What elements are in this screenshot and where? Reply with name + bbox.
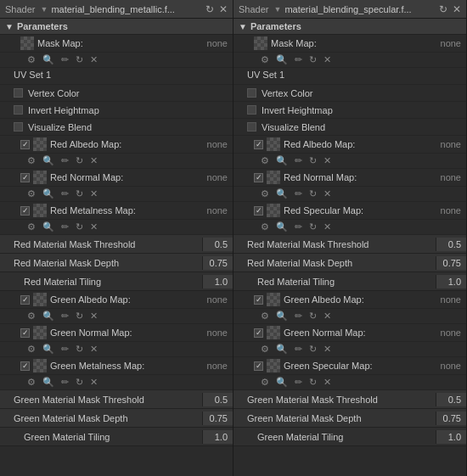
cross-icon-red-albedo-metallic[interactable]: ✕ — [88, 155, 99, 166]
close-icon-specular[interactable]: ✕ — [453, 3, 461, 15]
gear-icon-green-albedo-metallic[interactable]: ⚙ — [25, 311, 37, 322]
cross-icon-red-albedo-specular[interactable]: ✕ — [322, 155, 333, 166]
pencil-icon-green-albedo-metallic[interactable]: ✏ — [59, 311, 70, 322]
green-albedo-checkbox-metallic[interactable] — [20, 295, 30, 305]
red-third-checkbox-metallic[interactable] — [20, 206, 30, 216]
gear-icon-green-normal-metallic[interactable]: ⚙ — [25, 344, 37, 355]
refresh-icon-green-albedo-metallic[interactable]: ↻ — [74, 311, 85, 322]
cross-icon-green-third-metallic[interactable]: ✕ — [88, 377, 99, 388]
refresh-icon-red-albedo-metallic[interactable]: ↻ — [74, 155, 85, 166]
green-threshold-value-metallic[interactable]: 0.5 — [202, 393, 233, 406]
red-threshold-value-metallic[interactable]: 0.5 — [202, 238, 233, 251]
search-icon-green-albedo-specular[interactable]: 🔍 — [274, 311, 290, 322]
cross-icon-green-albedo-metallic[interactable]: ✕ — [88, 311, 99, 322]
pencil-icon-red-albedo-specular[interactable]: ✏ — [293, 155, 304, 166]
refresh-icon-green-albedo-specular[interactable]: ↻ — [307, 311, 318, 322]
pencil-icon-green-albedo-specular[interactable]: ✏ — [293, 311, 304, 322]
green-albedo-checkbox-specular[interactable] — [254, 295, 263, 305]
pencil-icon-red-normal-specular[interactable]: ✏ — [293, 188, 304, 199]
gear-icon-red-albedo-specular[interactable]: ⚙ — [259, 155, 271, 166]
vertex-color-checkbox-metallic[interactable] — [14, 88, 23, 98]
cross-icon-red-normal-specular[interactable]: ✕ — [322, 188, 333, 199]
gear-icon-red-third-metallic[interactable]: ⚙ — [25, 221, 37, 232]
cross-icon-mask-metallic[interactable]: ✕ — [88, 54, 99, 65]
refresh-icon-red-third-metallic[interactable]: ↻ — [74, 221, 85, 232]
cross-icon-red-normal-metallic[interactable]: ✕ — [88, 188, 99, 199]
pencil-icon-mask-metallic[interactable]: ✏ — [59, 54, 70, 65]
invert-heightmap-checkbox-specular[interactable] — [247, 105, 256, 115]
search-icon-green-normal-specular[interactable]: 🔍 — [274, 344, 290, 355]
search-icon-mask-specular[interactable]: 🔍 — [274, 54, 290, 65]
green-normal-checkbox-metallic[interactable] — [20, 328, 30, 338]
gear-icon-red-normal-specular[interactable]: ⚙ — [259, 188, 271, 199]
red-albedo-checkbox-metallic[interactable] — [20, 140, 30, 149]
pencil-icon-green-normal-metallic[interactable]: ✏ — [59, 344, 70, 355]
cross-icon-mask-specular[interactable]: ✕ — [322, 54, 333, 65]
vertex-color-checkbox-specular[interactable] — [247, 88, 256, 98]
search-icon-red-normal-metallic[interactable]: 🔍 — [41, 188, 56, 199]
refresh-icon-red-albedo-specular[interactable]: ↻ — [307, 155, 318, 166]
pencil-icon-green-third-specular[interactable]: ✏ — [293, 377, 304, 388]
red-tiling-value-specular[interactable]: 1.0 — [436, 275, 466, 288]
cross-icon-red-third-metallic[interactable]: ✕ — [88, 221, 99, 232]
gear-icon-red-albedo-metallic[interactable]: ⚙ — [25, 155, 37, 166]
parameters-section-metallic[interactable]: ▼ Parameters — [0, 19, 233, 35]
visualize-blend-checkbox-metallic[interactable] — [14, 122, 23, 132]
cross-icon-green-albedo-specular[interactable]: ✕ — [322, 311, 333, 322]
red-third-checkbox-specular[interactable] — [254, 206, 263, 216]
gear-icon-green-third-specular[interactable]: ⚙ — [259, 377, 271, 388]
refresh-icon-red-normal-metallic[interactable]: ↻ — [74, 188, 85, 199]
invert-heightmap-checkbox-metallic[interactable] — [14, 105, 23, 115]
refresh-icon-specular[interactable]: ↻ — [439, 3, 447, 15]
search-icon-green-third-specular[interactable]: 🔍 — [274, 377, 290, 388]
gear-icon-red-normal-metallic[interactable]: ⚙ — [25, 188, 37, 199]
pencil-icon-red-third-specular[interactable]: ✏ — [293, 221, 304, 232]
refresh-icon-red-normal-specular[interactable]: ↻ — [307, 188, 318, 199]
cross-icon-green-third-specular[interactable]: ✕ — [322, 377, 333, 388]
pencil-icon-red-albedo-metallic[interactable]: ✏ — [59, 155, 70, 166]
gear-icon-red-third-specular[interactable]: ⚙ — [259, 221, 271, 232]
pencil-icon-mask-specular[interactable]: ✏ — [293, 54, 304, 65]
gear-icon-green-albedo-specular[interactable]: ⚙ — [259, 311, 271, 322]
green-threshold-value-specular[interactable]: 0.5 — [436, 393, 466, 406]
red-tiling-value-metallic[interactable]: 1.0 — [202, 275, 233, 288]
cross-icon-red-third-specular[interactable]: ✕ — [322, 221, 333, 232]
gear-icon-mask-specular[interactable]: ⚙ — [259, 54, 271, 65]
dropdown-arrow-specular[interactable]: ▼ — [273, 5, 281, 14]
red-albedo-checkbox-specular[interactable] — [254, 140, 263, 149]
refresh-icon-red-third-specular[interactable]: ↻ — [307, 221, 318, 232]
gear-icon-green-normal-specular[interactable]: ⚙ — [259, 344, 271, 355]
refresh-icon-green-third-metallic[interactable]: ↻ — [74, 377, 85, 388]
close-icon-metallic[interactable]: ✕ — [219, 3, 228, 15]
search-icon-green-third-metallic[interactable]: 🔍 — [41, 377, 56, 388]
refresh-icon-green-third-specular[interactable]: ↻ — [307, 377, 318, 388]
search-icon-mask-metallic[interactable]: 🔍 — [41, 54, 56, 65]
search-icon-red-albedo-specular[interactable]: 🔍 — [274, 155, 290, 166]
dropdown-arrow-metallic[interactable]: ▼ — [40, 5, 48, 14]
green-tiling-value-specular[interactable]: 1.0 — [436, 430, 466, 444]
parameters-section-specular[interactable]: ▼ Parameters — [234, 19, 466, 35]
cross-icon-green-normal-metallic[interactable]: ✕ — [88, 344, 99, 355]
refresh-icon-green-normal-metallic[interactable]: ↻ — [74, 344, 85, 355]
red-threshold-value-specular[interactable]: 0.5 — [436, 238, 466, 251]
refresh-icon-metallic[interactable]: ↻ — [205, 3, 214, 15]
red-depth-value-metallic[interactable]: 0.75 — [202, 256, 233, 270]
search-icon-red-third-metallic[interactable]: 🔍 — [41, 221, 56, 232]
gear-icon-green-third-metallic[interactable]: ⚙ — [25, 377, 37, 388]
pencil-icon-red-normal-metallic[interactable]: ✏ — [59, 188, 70, 199]
refresh-icon-mask-specular[interactable]: ↻ — [307, 54, 318, 65]
pencil-icon-green-third-metallic[interactable]: ✏ — [59, 377, 70, 388]
search-icon-green-albedo-metallic[interactable]: 🔍 — [41, 311, 56, 322]
search-icon-red-albedo-metallic[interactable]: 🔍 — [41, 155, 56, 166]
red-normal-checkbox-specular[interactable] — [254, 173, 263, 182]
green-third-checkbox-specular[interactable] — [254, 361, 263, 371]
red-depth-value-specular[interactable]: 0.75 — [436, 256, 466, 270]
gear-icon-mask-metallic[interactable]: ⚙ — [25, 54, 37, 65]
pencil-icon-red-third-metallic[interactable]: ✏ — [59, 221, 70, 232]
green-depth-value-metallic[interactable]: 0.75 — [202, 412, 233, 425]
refresh-icon-mask-metallic[interactable]: ↻ — [74, 54, 85, 65]
green-normal-checkbox-specular[interactable] — [254, 328, 263, 338]
search-icon-red-normal-specular[interactable]: 🔍 — [274, 188, 290, 199]
green-tiling-value-metallic[interactable]: 1.0 — [202, 430, 233, 444]
search-icon-green-normal-metallic[interactable]: 🔍 — [41, 344, 56, 355]
